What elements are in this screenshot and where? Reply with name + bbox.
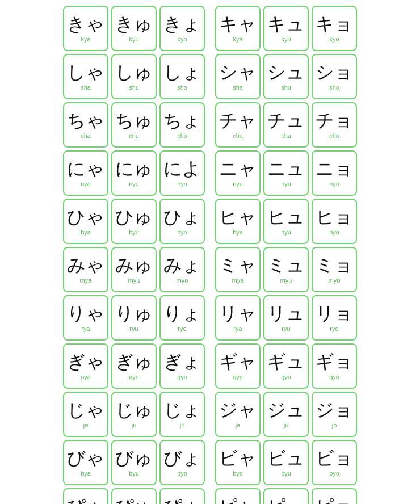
kana-card[interactable]: ギュgyu — [263, 343, 309, 389]
kana-card[interactable]: チュchu — [263, 102, 309, 148]
kana-card[interactable]: ニュnyu — [263, 150, 309, 196]
romaji-label: nya — [233, 180, 243, 187]
romaji-label: byo — [329, 470, 339, 477]
kana-card[interactable]: りゃrya — [63, 295, 108, 341]
kana-character: りゃ — [67, 304, 104, 324]
romaji-label: shu — [281, 84, 291, 91]
kana-character: によ — [163, 159, 201, 179]
kana-card[interactable]: にゃnya — [63, 150, 108, 196]
kana-card[interactable]: ミュmyu — [263, 247, 309, 292]
row-6: りゃryaりゅryuりょryo — [63, 295, 205, 341]
kana-card[interactable]: ミャmya — [215, 247, 261, 292]
kana-card[interactable]: りゅryu — [111, 295, 157, 341]
kana-card[interactable]: びゅbyu — [111, 440, 157, 485]
kana-card[interactable]: チョcho — [312, 102, 357, 148]
kana-card[interactable]: キュkyu — [263, 6, 309, 51]
row-8: じゃjaじゅjuじょjo — [63, 392, 205, 437]
kana-card[interactable]: しゃsha — [63, 54, 108, 99]
kana-character: ピュ — [267, 497, 305, 504]
kana-card[interactable]: ビャbya — [215, 440, 261, 485]
romaji-label: cha — [233, 132, 243, 139]
kana-card[interactable]: ビョbyo — [312, 440, 357, 485]
kana-card[interactable]: ピョpyo — [312, 488, 357, 504]
kana-card[interactable]: みゃmya — [63, 247, 108, 292]
kana-card[interactable]: しゅshu — [111, 54, 157, 99]
kana-character: ヒョ — [316, 207, 353, 227]
romaji-label: cha — [81, 132, 91, 139]
kana-card[interactable]: びょbyo — [159, 440, 205, 485]
romaji-label: chu — [129, 132, 139, 139]
kana-card[interactable]: にゅnyu — [111, 150, 157, 196]
kana-card[interactable]: ショsho — [312, 54, 357, 99]
kana-card[interactable]: ぴょpyo — [159, 488, 205, 504]
kana-card[interactable]: ニョnyo — [312, 150, 357, 196]
kana-card[interactable]: みょmyo — [159, 247, 205, 292]
kana-card[interactable]: ビュbyu — [263, 440, 309, 485]
kana-card[interactable]: ギャgya — [215, 343, 261, 389]
kana-card[interactable]: ジャja — [215, 392, 261, 437]
kana-card[interactable]: ちゅchu — [111, 102, 157, 148]
romaji-label: nyu — [281, 180, 291, 187]
kana-card[interactable]: ちゃcha — [63, 102, 108, 148]
romaji-label: bya — [81, 470, 91, 477]
romaji-label: kyu — [281, 36, 291, 43]
romaji-label: hyo — [329, 229, 339, 236]
kana-card[interactable]: ぎょgyo — [159, 343, 205, 389]
kana-character: ミャ — [219, 255, 257, 275]
kana-character: チュ — [267, 111, 305, 131]
kana-card[interactable]: ぴゅpyu — [111, 488, 157, 504]
kana-card[interactable]: リョryo — [312, 295, 357, 341]
kana-card[interactable]: じょjo — [159, 392, 205, 437]
romaji-label: byu — [129, 470, 139, 477]
romaji-label: nyo — [177, 180, 187, 187]
kana-card[interactable]: ぎゅgyu — [111, 343, 157, 389]
kana-card[interactable]: ひゅhyu — [111, 199, 157, 244]
kana-card[interactable]: ヒャhya — [215, 199, 261, 244]
kana-card[interactable]: ひょhyo — [159, 199, 205, 244]
romaji-label: myo — [177, 277, 188, 284]
kana-card[interactable]: ギョgyo — [312, 343, 357, 389]
kana-card[interactable]: ひゃhya — [63, 199, 108, 244]
kana-card[interactable]: きゅkyu — [111, 6, 157, 51]
kana-card[interactable]: しょsho — [159, 54, 205, 99]
kana-card[interactable]: じゃja — [63, 392, 108, 437]
kana-character: しゅ — [115, 62, 153, 82]
romaji-label: ryu — [282, 325, 290, 332]
romaji-label: ryu — [129, 325, 138, 332]
kana-card[interactable]: シュshu — [263, 54, 309, 99]
kana-character: ぎょ — [163, 352, 201, 372]
kana-card[interactable]: によnyo — [159, 150, 205, 196]
kana-card[interactable]: びゃbya — [63, 440, 108, 485]
kana-card[interactable]: りょryo — [159, 295, 205, 341]
kana-card[interactable]: ぎゃgya — [63, 343, 108, 389]
kana-card[interactable]: ヒュhyu — [263, 199, 309, 244]
row-0: きゃkyaきゅkyuきょkyo — [63, 6, 205, 51]
kana-card[interactable]: チャcha — [215, 102, 261, 148]
kana-character: リュ — [267, 304, 305, 324]
kana-card[interactable]: リュryu — [263, 295, 309, 341]
kana-card[interactable]: キャkya — [215, 6, 261, 51]
kana-character: りょ — [163, 304, 201, 324]
kana-card[interactable]: きゃkya — [63, 6, 108, 51]
kana-character: びょ — [163, 448, 201, 468]
kana-card[interactable]: ミョmyo — [312, 247, 357, 292]
kana-card[interactable]: ピャpya — [215, 488, 261, 504]
kana-card[interactable]: ぴゃpya — [63, 488, 108, 504]
kana-card[interactable]: ちょcho — [159, 102, 205, 148]
romaji-label: gya — [81, 373, 91, 380]
kana-card[interactable]: ジュju — [263, 392, 309, 437]
kana-card[interactable]: ヒョhyo — [312, 199, 357, 244]
romaji-label: mya — [80, 277, 92, 284]
romaji-label: ja — [83, 422, 89, 429]
kana-card[interactable]: じゅju — [111, 392, 157, 437]
row-8: ジャjaジュjuジョjo — [215, 392, 357, 437]
kana-card[interactable]: リャrya — [215, 295, 261, 341]
kana-card[interactable]: ピュpyu — [263, 488, 309, 504]
kana-card[interactable]: キョkyo — [312, 6, 357, 51]
romaji-label: gyu — [129, 373, 139, 380]
kana-card[interactable]: みゅmyu — [111, 247, 157, 292]
kana-card[interactable]: きょkyo — [159, 6, 205, 51]
kana-card[interactable]: シャsha — [215, 54, 261, 99]
kana-card[interactable]: ニャnya — [215, 150, 261, 196]
kana-card[interactable]: ジョjo — [312, 392, 357, 437]
